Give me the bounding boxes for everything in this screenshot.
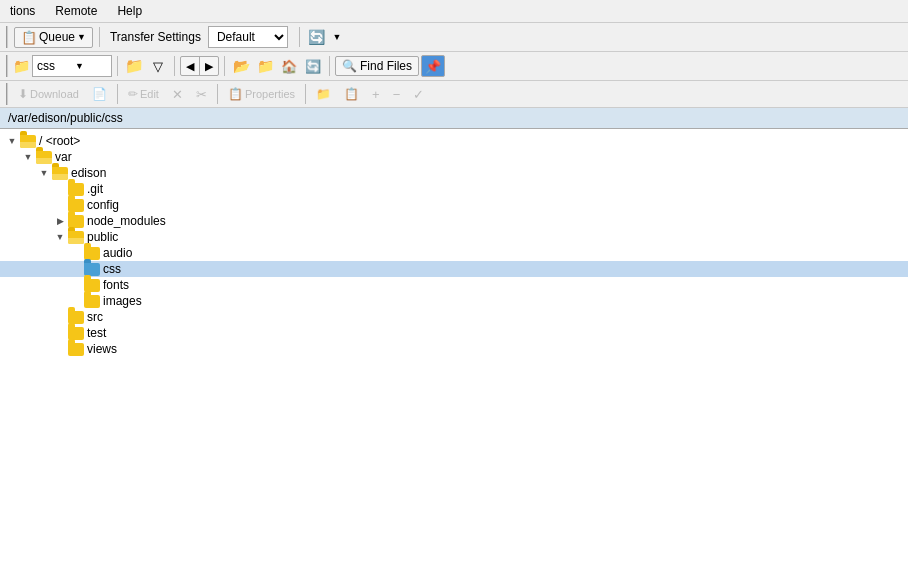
tree-item-public[interactable]: ▼ public xyxy=(0,229,908,245)
tree-item-audio[interactable]: audio xyxy=(0,245,908,261)
open-folder-button[interactable]: 📂 xyxy=(230,55,252,77)
find-files-button[interactable]: 🔍 Find Files xyxy=(335,56,419,76)
tree-item-views[interactable]: views xyxy=(0,341,908,357)
queue-icon: 📋 xyxy=(21,30,37,45)
folder-icon-public xyxy=(68,231,84,244)
download-button[interactable]: ⬇ Download xyxy=(12,83,85,105)
back-button[interactable]: ◀ xyxy=(181,58,199,75)
tree-item-src[interactable]: src xyxy=(0,309,908,325)
expander-images xyxy=(68,296,84,306)
label-audio: audio xyxy=(103,246,132,260)
bookmark-button[interactable]: 📌 xyxy=(421,55,445,77)
drag-handle2[interactable] xyxy=(6,55,9,77)
expander-config xyxy=(52,200,68,210)
home-button[interactable]: 🏠 xyxy=(278,55,300,77)
copy-button[interactable]: 📋 xyxy=(338,83,365,105)
separator7 xyxy=(117,84,118,104)
edit-button[interactable]: ✏ Edit xyxy=(122,83,165,105)
label-root: / <root> xyxy=(39,134,80,148)
path-value: css xyxy=(37,59,55,73)
edit-label: Edit xyxy=(140,88,159,100)
new-dir-button[interactable]: 📁 xyxy=(254,55,276,77)
delete-icon: ✕ xyxy=(172,87,183,102)
reload-button[interactable]: 🔄 xyxy=(302,55,324,77)
path-dropdown-arrow: ▼ xyxy=(75,61,84,71)
separator4 xyxy=(174,56,175,76)
remove-button[interactable]: − xyxy=(387,83,407,105)
separator5 xyxy=(224,56,225,76)
refresh-dropdown-button[interactable]: ▼ xyxy=(331,26,343,48)
expander-root: ▼ xyxy=(4,136,20,146)
find-files-label: Find Files xyxy=(360,59,412,73)
toolbar3: ⬇ Download 📄 ✏ Edit ✕ ✂ 📋 Properties 📁 📋 xyxy=(0,81,908,108)
folder-icon-edison xyxy=(52,167,68,180)
toolbar2: 📁 css ▼ 📁 ▽ ◀ ▶ 📂 📁 🏠 🔄 🔍 Find Files xyxy=(0,52,908,81)
new-folder-tb3-button[interactable]: 📁 xyxy=(310,83,337,105)
options-menu[interactable]: tions xyxy=(4,2,41,20)
remove-icon: − xyxy=(393,87,401,102)
folder-icon-test xyxy=(68,327,84,340)
remote-menu[interactable]: Remote xyxy=(49,2,103,20)
file-tree[interactable]: ▼ / <root> ▼ var ▼ edison .git config xyxy=(0,129,908,572)
edit-icon: ✏ xyxy=(128,87,138,101)
tree-item-test[interactable]: test xyxy=(0,325,908,341)
delete-button[interactable]: ✕ xyxy=(166,83,189,105)
download-icon: ⬇ xyxy=(18,87,28,101)
expander-var: ▼ xyxy=(20,152,36,162)
new-folder-button[interactable]: 📁 xyxy=(123,55,145,77)
separator6 xyxy=(329,56,330,76)
add-icon: + xyxy=(372,87,380,102)
drag-handle[interactable] xyxy=(6,26,9,48)
properties-icon: 📋 xyxy=(228,87,243,101)
upload-icon-button[interactable]: 📄 xyxy=(86,83,113,105)
label-node-modules: node_modules xyxy=(87,214,166,228)
tree-item-root[interactable]: ▼ / <root> xyxy=(0,133,908,149)
label-test: test xyxy=(87,326,106,340)
expander-css xyxy=(68,264,84,274)
transfer-settings-select[interactable]: Default xyxy=(208,26,288,48)
tree-item-images[interactable]: images xyxy=(0,293,908,309)
folder-icon-node-modules xyxy=(68,215,84,228)
queue-button[interactable]: 📋 Queue ▼ xyxy=(14,27,93,48)
separator8 xyxy=(217,84,218,104)
separator9 xyxy=(305,84,306,104)
expander-src xyxy=(52,312,68,322)
folder-icon-root xyxy=(20,135,36,148)
properties-button[interactable]: 📋 Properties xyxy=(222,83,301,105)
tree-item-edison[interactable]: ▼ edison xyxy=(0,165,908,181)
forward-button[interactable]: ▶ xyxy=(200,58,218,75)
cut-button[interactable]: ✂ xyxy=(190,83,213,105)
folder-icon-git xyxy=(68,183,84,196)
breadcrumb-bar: /var/edison/public/css xyxy=(0,108,908,129)
tree-item-git[interactable]: .git xyxy=(0,181,908,197)
check-button[interactable]: ✓ xyxy=(407,83,430,105)
folder-icon-images xyxy=(84,295,100,308)
label-images: images xyxy=(103,294,142,308)
tree-item-config[interactable]: config xyxy=(0,197,908,213)
drag-handle3[interactable] xyxy=(6,83,9,105)
tree-item-node-modules[interactable]: ▶ node_modules xyxy=(0,213,908,229)
add-button[interactable]: + xyxy=(366,83,386,105)
filter-button[interactable]: ▽ xyxy=(147,55,169,77)
help-menu[interactable]: Help xyxy=(111,2,148,20)
download-label: Download xyxy=(30,88,79,100)
expander-audio xyxy=(68,248,84,258)
properties-label: Properties xyxy=(245,88,295,100)
folder-icon-var xyxy=(36,151,52,164)
refresh-button[interactable]: 🔄 xyxy=(306,26,328,48)
tree-item-css[interactable]: css xyxy=(0,261,908,277)
new-folder-tb3-icon: 📁 xyxy=(316,87,331,101)
folder-icon-fonts xyxy=(84,279,100,292)
path-dropdown[interactable]: css ▼ xyxy=(32,55,112,77)
nav-button-group: ◀ ▶ xyxy=(180,56,219,76)
upload-icon: 📄 xyxy=(92,87,107,101)
transfer-settings-label: Transfer Settings xyxy=(110,30,201,44)
tree-item-fonts[interactable]: fonts xyxy=(0,277,908,293)
label-git: .git xyxy=(87,182,103,196)
folder-icon-src xyxy=(68,311,84,324)
tree-item-var[interactable]: ▼ var xyxy=(0,149,908,165)
label-css: css xyxy=(103,262,121,276)
label-var: var xyxy=(55,150,72,164)
check-icon: ✓ xyxy=(413,87,424,102)
folder-icon-audio xyxy=(84,247,100,260)
